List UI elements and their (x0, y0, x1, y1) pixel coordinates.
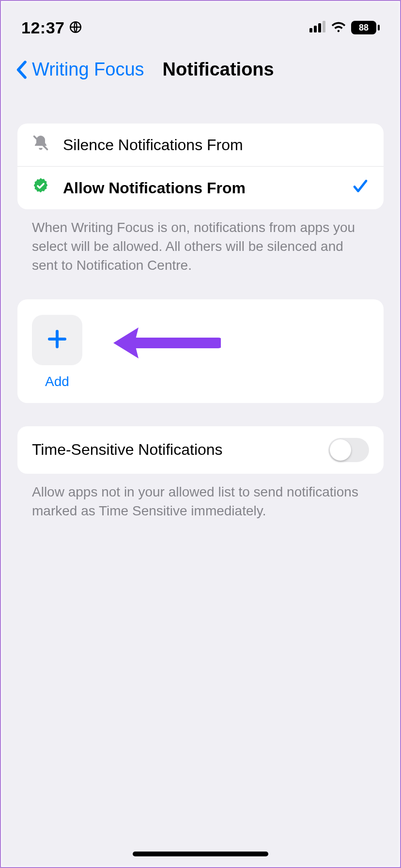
svg-rect-3 (318, 23, 321, 32)
nav-header: Writing Focus Notifications (2, 45, 399, 90)
silence-from-label: Silence Notifications From (63, 136, 369, 154)
time-sensitive-footer-text: Allow apps not in your allowed list to s… (2, 474, 399, 520)
add-app-label: Add (32, 374, 82, 389)
status-left: 12:37 (21, 18, 82, 37)
chevron-left-icon (15, 61, 27, 79)
notification-mode-group: Silence Notifications From Allow Notific… (17, 124, 384, 209)
battery-icon: 88 (351, 21, 380, 34)
back-label: Writing Focus (32, 59, 144, 80)
silence-from-row[interactable]: Silence Notifications From (17, 124, 384, 167)
time-sensitive-toggle[interactable] (328, 438, 369, 462)
status-bar: 12:37 (2, 2, 399, 45)
time-sensitive-label: Time-Sensitive Notifications (32, 441, 223, 459)
annotation-arrow-icon (109, 324, 221, 364)
back-button[interactable]: Writing Focus (15, 59, 144, 80)
svg-rect-2 (314, 26, 317, 32)
battery-percent: 88 (351, 21, 376, 34)
add-app-button[interactable] (32, 315, 82, 365)
wifi-icon (331, 21, 346, 34)
time-sensitive-group: Time-Sensitive Notifications (17, 426, 384, 474)
allow-from-label: Allow Notifications From (63, 179, 338, 197)
checkmark-icon (352, 177, 369, 199)
cellular-icon (309, 21, 326, 34)
plus-icon (46, 327, 69, 353)
mode-footer-text: When Writing Focus is on, notifications … (2, 209, 399, 275)
svg-rect-1 (309, 28, 312, 32)
checkmark-seal-icon (32, 177, 49, 199)
svg-rect-4 (323, 21, 325, 32)
bell-slash-icon (32, 134, 49, 155)
status-right: 88 (309, 21, 380, 34)
allow-from-row[interactable]: Allow Notifications From (17, 167, 384, 209)
page-title: Notifications (163, 59, 274, 80)
home-indicator[interactable] (133, 852, 268, 856)
globe-icon (69, 18, 82, 37)
status-time: 12:37 (21, 18, 64, 37)
time-sensitive-row: Time-Sensitive Notifications (17, 426, 384, 474)
allowed-apps-group: Add (17, 299, 384, 403)
